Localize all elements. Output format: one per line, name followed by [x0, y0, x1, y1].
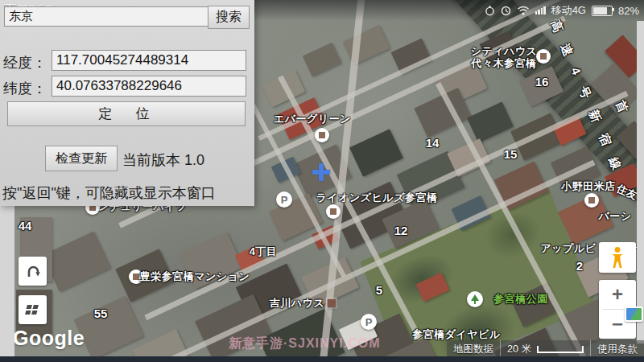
- scale-segment: 20 米: [500, 340, 590, 358]
- pegman-button[interactable]: [599, 242, 636, 273]
- terms-link[interactable]: 使用条款: [590, 340, 644, 358]
- map-type-button[interactable]: [19, 295, 47, 324]
- poi-square: [540, 53, 547, 60]
- google-logo: Google: [13, 327, 85, 350]
- hint-text: 按"返回"键，可隐藏或显示本窗口: [2, 183, 216, 203]
- map-decor-patch: [303, 43, 341, 76]
- poi-label-cityhouse: シティハウス 代々木参宮橋: [471, 45, 538, 69]
- poi-marker-lions: [326, 204, 341, 219]
- block-number: 14: [426, 136, 440, 150]
- poi-label-evergreen: エバーグリーン: [274, 112, 351, 126]
- clock-icon: [501, 6, 511, 16]
- latitude-label: 纬度：: [3, 79, 47, 98]
- block-number: 15: [504, 147, 518, 161]
- location-cross-icon: [312, 163, 330, 181]
- poi-label-yoshikawa: 吉川ハウス: [270, 296, 324, 311]
- parking-icon: P: [276, 191, 292, 208]
- window-edge-left: [0, 206, 14, 357]
- version-text: 当前版本 1.0: [122, 150, 204, 170]
- locate-button[interactable]: 定 位: [7, 101, 246, 126]
- pegman-icon: [609, 246, 625, 269]
- map-decor-patch: [467, 101, 514, 142]
- tree-icon: [470, 294, 480, 305]
- parking-icon: P: [361, 314, 377, 330]
- search-button[interactable]: 搜索: [208, 6, 250, 29]
- poi-square: [588, 197, 595, 204]
- block-number: 16: [535, 75, 549, 88]
- poi-marker-park: [467, 291, 483, 307]
- block-number: 2: [576, 259, 583, 273]
- poi-marker-yoshikawa: [328, 299, 336, 308]
- map-attribution-bar: 地图数据 20 米 使用条款: [447, 340, 644, 358]
- status-bar: 移动4G 82%: [254, 0, 644, 21]
- block-number: 5: [376, 283, 382, 297]
- signal-icon: [535, 6, 546, 14]
- poi-marker-onoda: [584, 193, 599, 208]
- window-edge-right: [637, 21, 644, 343]
- poi-square: [319, 132, 325, 138]
- poi-label-lions: ライオンズヒルズ参宮橋: [316, 191, 438, 205]
- battery-percent: 82%: [618, 5, 639, 17]
- poi-square: [133, 274, 139, 280]
- map-data-label: 地图数据: [447, 340, 500, 358]
- poi-label-bashi: バーシ: [598, 209, 631, 224]
- poi-label-park: 参宮橋公園: [493, 292, 548, 306]
- watermark-text: 新意手游·SJXINYI.COM: [229, 335, 380, 352]
- carrier-label: 移动4G: [551, 3, 586, 18]
- mini-map-toggle[interactable]: [625, 306, 643, 322]
- longitude-input[interactable]: [52, 50, 246, 71]
- poi-square: [330, 208, 336, 215]
- block-number: 44: [19, 219, 32, 232]
- battery-icon: [592, 6, 613, 16]
- district-label-4chome: 4丁目: [250, 245, 278, 259]
- rotate-button[interactable]: [19, 257, 47, 286]
- latitude-input[interactable]: [52, 76, 246, 97]
- search-input[interactable]: [4, 6, 208, 27]
- scale-label: 20 米: [507, 343, 531, 356]
- alarm-icon: [485, 6, 495, 16]
- app-overlay-panel: 下午2:53 搜索 经度： 纬度： 定 位 检查更新 当前版本 1.0 按"返回…: [0, 0, 254, 206]
- map-decor-patch: [43, 232, 111, 292]
- longitude-label: 经度：: [3, 53, 47, 72]
- wifi-icon: [517, 6, 530, 15]
- block-number: 55: [94, 306, 108, 320]
- map-decor-patch: [343, 25, 390, 65]
- block-number: 12: [394, 224, 408, 237]
- scale-bar: [537, 346, 584, 353]
- tiles-icon: [24, 303, 42, 316]
- poi-marker-evergreen: [315, 128, 329, 142]
- poi-label-hoei: 豊栄参宮橋マンション: [140, 269, 250, 284]
- check-update-button[interactable]: 检查更新: [45, 146, 118, 171]
- poi-marker-cityhouse: [536, 49, 551, 64]
- bottom-edge: [0, 356, 644, 362]
- map-decor-patch: [349, 129, 403, 176]
- poi-label-apple: アップルビ: [540, 241, 596, 256]
- rotate-icon: [24, 263, 42, 280]
- poi-label-onoda: 小野田米店: [561, 179, 616, 194]
- zoom-in-button[interactable]: +: [599, 280, 636, 309]
